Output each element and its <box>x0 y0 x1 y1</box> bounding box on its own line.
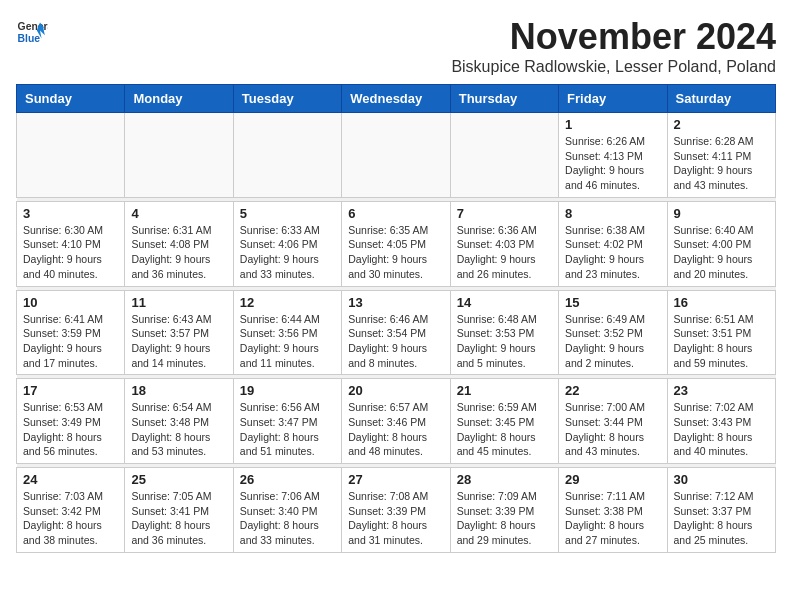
location: Biskupice Radlowskie, Lesser Poland, Pol… <box>451 58 776 76</box>
day-info: Sunrise: 7:08 AM Sunset: 3:39 PM Dayligh… <box>348 489 443 548</box>
day-info: Sunrise: 6:40 AM Sunset: 4:00 PM Dayligh… <box>674 223 769 282</box>
day-number: 12 <box>240 295 335 310</box>
day-info: Sunrise: 7:09 AM Sunset: 3:39 PM Dayligh… <box>457 489 552 548</box>
day-number: 22 <box>565 383 660 398</box>
day-info: Sunrise: 7:02 AM Sunset: 3:43 PM Dayligh… <box>674 400 769 459</box>
day-number: 16 <box>674 295 769 310</box>
day-number: 15 <box>565 295 660 310</box>
day-info: Sunrise: 6:41 AM Sunset: 3:59 PM Dayligh… <box>23 312 118 371</box>
day-info: Sunrise: 7:05 AM Sunset: 3:41 PM Dayligh… <box>131 489 226 548</box>
title-area: November 2024 Biskupice Radlowskie, Less… <box>451 16 776 76</box>
calendar-cell: 5Sunrise: 6:33 AM Sunset: 4:06 PM Daylig… <box>233 201 341 286</box>
day-number: 9 <box>674 206 769 221</box>
calendar-cell: 2Sunrise: 6:28 AM Sunset: 4:11 PM Daylig… <box>667 113 775 198</box>
calendar-cell: 16Sunrise: 6:51 AM Sunset: 3:51 PM Dayli… <box>667 290 775 375</box>
weekday-header: Tuesday <box>233 85 341 113</box>
day-number: 25 <box>131 472 226 487</box>
day-info: Sunrise: 6:49 AM Sunset: 3:52 PM Dayligh… <box>565 312 660 371</box>
calendar-week-row: 3Sunrise: 6:30 AM Sunset: 4:10 PM Daylig… <box>17 201 776 286</box>
calendar-week-row: 24Sunrise: 7:03 AM Sunset: 3:42 PM Dayli… <box>17 468 776 553</box>
weekday-header: Monday <box>125 85 233 113</box>
day-number: 27 <box>348 472 443 487</box>
day-number: 17 <box>23 383 118 398</box>
day-number: 4 <box>131 206 226 221</box>
day-number: 19 <box>240 383 335 398</box>
day-info: Sunrise: 6:31 AM Sunset: 4:08 PM Dayligh… <box>131 223 226 282</box>
calendar-cell: 30Sunrise: 7:12 AM Sunset: 3:37 PM Dayli… <box>667 468 775 553</box>
day-number: 26 <box>240 472 335 487</box>
calendar-cell: 6Sunrise: 6:35 AM Sunset: 4:05 PM Daylig… <box>342 201 450 286</box>
logo: General Blue <box>16 16 48 48</box>
weekday-header: Friday <box>559 85 667 113</box>
day-info: Sunrise: 6:44 AM Sunset: 3:56 PM Dayligh… <box>240 312 335 371</box>
day-number: 2 <box>674 117 769 132</box>
calendar-cell: 17Sunrise: 6:53 AM Sunset: 3:49 PM Dayli… <box>17 379 125 464</box>
calendar-cell: 1Sunrise: 6:26 AM Sunset: 4:13 PM Daylig… <box>559 113 667 198</box>
day-number: 10 <box>23 295 118 310</box>
day-info: Sunrise: 6:57 AM Sunset: 3:46 PM Dayligh… <box>348 400 443 459</box>
calendar-cell: 24Sunrise: 7:03 AM Sunset: 3:42 PM Dayli… <box>17 468 125 553</box>
calendar-cell: 3Sunrise: 6:30 AM Sunset: 4:10 PM Daylig… <box>17 201 125 286</box>
day-info: Sunrise: 6:51 AM Sunset: 3:51 PM Dayligh… <box>674 312 769 371</box>
day-number: 28 <box>457 472 552 487</box>
calendar-cell: 19Sunrise: 6:56 AM Sunset: 3:47 PM Dayli… <box>233 379 341 464</box>
day-number: 24 <box>23 472 118 487</box>
day-number: 1 <box>565 117 660 132</box>
calendar-cell: 26Sunrise: 7:06 AM Sunset: 3:40 PM Dayli… <box>233 468 341 553</box>
day-info: Sunrise: 6:48 AM Sunset: 3:53 PM Dayligh… <box>457 312 552 371</box>
day-info: Sunrise: 6:53 AM Sunset: 3:49 PM Dayligh… <box>23 400 118 459</box>
day-number: 29 <box>565 472 660 487</box>
calendar-cell: 28Sunrise: 7:09 AM Sunset: 3:39 PM Dayli… <box>450 468 558 553</box>
calendar-cell <box>233 113 341 198</box>
calendar-cell: 25Sunrise: 7:05 AM Sunset: 3:41 PM Dayli… <box>125 468 233 553</box>
day-info: Sunrise: 6:38 AM Sunset: 4:02 PM Dayligh… <box>565 223 660 282</box>
weekday-header-row: SundayMondayTuesdayWednesdayThursdayFrid… <box>17 85 776 113</box>
calendar-cell: 14Sunrise: 6:48 AM Sunset: 3:53 PM Dayli… <box>450 290 558 375</box>
day-info: Sunrise: 7:03 AM Sunset: 3:42 PM Dayligh… <box>23 489 118 548</box>
logo-icon: General Blue <box>16 16 48 48</box>
day-number: 8 <box>565 206 660 221</box>
calendar-table: SundayMondayTuesdayWednesdayThursdayFrid… <box>16 84 776 553</box>
day-number: 20 <box>348 383 443 398</box>
day-info: Sunrise: 7:12 AM Sunset: 3:37 PM Dayligh… <box>674 489 769 548</box>
month-title: November 2024 <box>451 16 776 58</box>
day-number: 3 <box>23 206 118 221</box>
calendar-cell <box>342 113 450 198</box>
calendar-cell: 11Sunrise: 6:43 AM Sunset: 3:57 PM Dayli… <box>125 290 233 375</box>
day-info: Sunrise: 6:54 AM Sunset: 3:48 PM Dayligh… <box>131 400 226 459</box>
svg-text:Blue: Blue <box>18 33 41 44</box>
day-info: Sunrise: 6:43 AM Sunset: 3:57 PM Dayligh… <box>131 312 226 371</box>
calendar-cell: 4Sunrise: 6:31 AM Sunset: 4:08 PM Daylig… <box>125 201 233 286</box>
day-number: 23 <box>674 383 769 398</box>
day-info: Sunrise: 6:28 AM Sunset: 4:11 PM Dayligh… <box>674 134 769 193</box>
day-info: Sunrise: 6:36 AM Sunset: 4:03 PM Dayligh… <box>457 223 552 282</box>
calendar-cell <box>125 113 233 198</box>
day-info: Sunrise: 7:06 AM Sunset: 3:40 PM Dayligh… <box>240 489 335 548</box>
weekday-header: Thursday <box>450 85 558 113</box>
weekday-header: Wednesday <box>342 85 450 113</box>
day-number: 7 <box>457 206 552 221</box>
calendar-cell: 8Sunrise: 6:38 AM Sunset: 4:02 PM Daylig… <box>559 201 667 286</box>
day-number: 18 <box>131 383 226 398</box>
day-number: 5 <box>240 206 335 221</box>
day-info: Sunrise: 6:33 AM Sunset: 4:06 PM Dayligh… <box>240 223 335 282</box>
day-number: 13 <box>348 295 443 310</box>
day-info: Sunrise: 6:26 AM Sunset: 4:13 PM Dayligh… <box>565 134 660 193</box>
day-info: Sunrise: 6:35 AM Sunset: 4:05 PM Dayligh… <box>348 223 443 282</box>
calendar-cell: 7Sunrise: 6:36 AM Sunset: 4:03 PM Daylig… <box>450 201 558 286</box>
calendar-cell: 20Sunrise: 6:57 AM Sunset: 3:46 PM Dayli… <box>342 379 450 464</box>
calendar-week-row: 17Sunrise: 6:53 AM Sunset: 3:49 PM Dayli… <box>17 379 776 464</box>
day-info: Sunrise: 6:56 AM Sunset: 3:47 PM Dayligh… <box>240 400 335 459</box>
day-info: Sunrise: 6:46 AM Sunset: 3:54 PM Dayligh… <box>348 312 443 371</box>
calendar-cell: 12Sunrise: 6:44 AM Sunset: 3:56 PM Dayli… <box>233 290 341 375</box>
calendar-cell <box>450 113 558 198</box>
calendar-cell: 13Sunrise: 6:46 AM Sunset: 3:54 PM Dayli… <box>342 290 450 375</box>
calendar-cell <box>17 113 125 198</box>
day-number: 21 <box>457 383 552 398</box>
day-info: Sunrise: 7:00 AM Sunset: 3:44 PM Dayligh… <box>565 400 660 459</box>
calendar-cell: 27Sunrise: 7:08 AM Sunset: 3:39 PM Dayli… <box>342 468 450 553</box>
header: General Blue November 2024 Biskupice Rad… <box>16 16 776 76</box>
day-number: 6 <box>348 206 443 221</box>
weekday-header: Sunday <box>17 85 125 113</box>
calendar-week-row: 1Sunrise: 6:26 AM Sunset: 4:13 PM Daylig… <box>17 113 776 198</box>
